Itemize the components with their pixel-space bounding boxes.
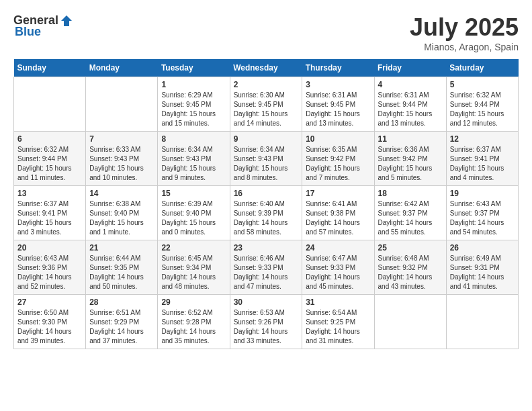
calendar-day-cell: [446, 295, 518, 349]
day-info: Sunrise: 6:32 AMSunset: 9:44 PMDaylight:…: [17, 145, 82, 183]
day-number: 28: [89, 298, 154, 307]
calendar-day-cell: 31Sunrise: 6:54 AMSunset: 9:25 PMDayligh…: [302, 295, 374, 349]
day-info: Sunrise: 6:49 AMSunset: 9:31 PMDaylight:…: [450, 254, 515, 291]
day-info: Sunrise: 6:40 AMSunset: 9:39 PMDaylight:…: [234, 199, 299, 237]
day-number: 20: [17, 243, 82, 253]
day-number: 9: [234, 134, 299, 144]
day-number: 22: [161, 243, 226, 253]
day-number: 12: [450, 134, 515, 144]
day-info: Sunrise: 6:42 AMSunset: 9:37 PMDaylight:…: [378, 199, 443, 237]
calendar-day-cell: 21Sunrise: 6:44 AMSunset: 9:35 PMDayligh…: [86, 240, 158, 295]
calendar-day-cell: 30Sunrise: 6:53 AMSunset: 9:26 PMDayligh…: [230, 295, 302, 349]
day-number: 17: [306, 189, 370, 198]
day-info: Sunrise: 6:54 AMSunset: 9:25 PMDaylight:…: [306, 308, 370, 346]
calendar-day-cell: 9Sunrise: 6:34 AMSunset: 9:43 PMDaylight…: [230, 132, 302, 186]
day-number: 2: [234, 80, 299, 89]
day-info: Sunrise: 6:39 AMSunset: 9:40 PMDaylight:…: [161, 199, 226, 237]
calendar-day-cell: [86, 77, 158, 132]
day-number: 7: [89, 134, 154, 144]
day-info: Sunrise: 6:34 AMSunset: 9:43 PMDaylight:…: [234, 145, 299, 183]
day-info: Sunrise: 6:30 AMSunset: 9:45 PMDaylight:…: [234, 91, 299, 128]
day-info: Sunrise: 6:37 AMSunset: 9:41 PMDaylight:…: [17, 199, 82, 237]
day-number: 1: [161, 80, 226, 89]
day-info: Sunrise: 6:45 AMSunset: 9:34 PMDaylight:…: [161, 254, 226, 291]
day-info: Sunrise: 6:31 AMSunset: 9:44 PMDaylight:…: [378, 91, 443, 128]
day-of-week-header: Saturday: [446, 59, 518, 77]
day-number: 4: [378, 80, 443, 89]
calendar-day-cell: 6Sunrise: 6:32 AMSunset: 9:44 PMDaylight…: [14, 132, 86, 186]
calendar-header-row: SundayMondayTuesdayWednesdayThursdayFrid…: [14, 59, 519, 77]
day-number: 27: [17, 298, 82, 307]
day-of-week-header: Tuesday: [158, 59, 230, 77]
calendar-week-row: 20Sunrise: 6:43 AMSunset: 9:36 PMDayligh…: [14, 240, 519, 295]
calendar-day-cell: 3Sunrise: 6:31 AMSunset: 9:45 PMDaylight…: [302, 77, 374, 132]
calendar-week-row: 6Sunrise: 6:32 AMSunset: 9:44 PMDaylight…: [14, 132, 519, 186]
calendar-week-row: 1Sunrise: 6:29 AMSunset: 9:45 PMDaylight…: [14, 77, 519, 132]
calendar-day-cell: 17Sunrise: 6:41 AMSunset: 9:38 PMDayligh…: [302, 186, 374, 240]
calendar-day-cell: 25Sunrise: 6:48 AMSunset: 9:32 PMDayligh…: [374, 240, 446, 295]
logo: General Blue: [13, 13, 73, 39]
day-info: Sunrise: 6:51 AMSunset: 9:29 PMDaylight:…: [89, 308, 154, 346]
location: Mianos, Aragon, Spain: [410, 42, 519, 52]
calendar-day-cell: 10Sunrise: 6:35 AMSunset: 9:42 PMDayligh…: [302, 132, 374, 186]
day-info: Sunrise: 6:29 AMSunset: 9:45 PMDaylight:…: [161, 91, 226, 128]
day-number: 5: [450, 80, 515, 89]
day-number: 6: [17, 134, 82, 144]
calendar-day-cell: 4Sunrise: 6:31 AMSunset: 9:44 PMDaylight…: [374, 77, 446, 132]
calendar-day-cell: 11Sunrise: 6:36 AMSunset: 9:42 PMDayligh…: [374, 132, 446, 186]
calendar-day-cell: 18Sunrise: 6:42 AMSunset: 9:37 PMDayligh…: [374, 186, 446, 240]
day-number: 18: [378, 189, 443, 198]
logo-icon: [60, 14, 73, 28]
day-info: Sunrise: 6:43 AMSunset: 9:36 PMDaylight:…: [17, 254, 82, 291]
calendar-day-cell: 22Sunrise: 6:45 AMSunset: 9:34 PMDayligh…: [158, 240, 230, 295]
day-info: Sunrise: 6:34 AMSunset: 9:43 PMDaylight:…: [161, 145, 226, 183]
day-info: Sunrise: 6:43 AMSunset: 9:37 PMDaylight:…: [450, 199, 515, 237]
calendar-day-cell: 7Sunrise: 6:33 AMSunset: 9:43 PMDaylight…: [86, 132, 158, 186]
day-info: Sunrise: 6:38 AMSunset: 9:40 PMDaylight:…: [89, 199, 154, 237]
day-info: Sunrise: 6:46 AMSunset: 9:33 PMDaylight:…: [234, 254, 299, 291]
calendar-day-cell: 14Sunrise: 6:38 AMSunset: 9:40 PMDayligh…: [86, 186, 158, 240]
day-number: 16: [234, 189, 299, 198]
day-info: Sunrise: 6:31 AMSunset: 9:45 PMDaylight:…: [306, 91, 370, 128]
day-info: Sunrise: 6:41 AMSunset: 9:38 PMDaylight:…: [306, 199, 370, 237]
day-info: Sunrise: 6:50 AMSunset: 9:30 PMDaylight:…: [17, 308, 82, 346]
day-of-week-header: Wednesday: [230, 59, 302, 77]
day-info: Sunrise: 6:33 AMSunset: 9:43 PMDaylight:…: [89, 145, 154, 183]
day-number: 25: [378, 243, 443, 253]
day-number: 23: [234, 243, 299, 253]
day-number: 13: [17, 189, 82, 198]
title-block: July 2025 Mianos, Aragon, Spain: [410, 13, 519, 52]
day-of-week-header: Sunday: [14, 59, 86, 77]
calendar-day-cell: [14, 77, 86, 132]
day-of-week-header: Friday: [374, 59, 446, 77]
svg-marker-0: [61, 15, 72, 26]
calendar-day-cell: 29Sunrise: 6:52 AMSunset: 9:28 PMDayligh…: [158, 295, 230, 349]
day-info: Sunrise: 6:47 AMSunset: 9:33 PMDaylight:…: [306, 254, 370, 291]
day-info: Sunrise: 6:48 AMSunset: 9:32 PMDaylight:…: [378, 254, 443, 291]
page-header: General Blue July 2025 Mianos, Aragon, S…: [13, 13, 519, 52]
calendar-day-cell: 28Sunrise: 6:51 AMSunset: 9:29 PMDayligh…: [86, 295, 158, 349]
day-number: 19: [450, 189, 515, 198]
calendar-day-cell: 8Sunrise: 6:34 AMSunset: 9:43 PMDaylight…: [158, 132, 230, 186]
day-info: Sunrise: 6:37 AMSunset: 9:41 PMDaylight:…: [450, 145, 515, 183]
day-number: 31: [306, 298, 370, 307]
day-number: 3: [306, 80, 370, 89]
calendar-day-cell: 23Sunrise: 6:46 AMSunset: 9:33 PMDayligh…: [230, 240, 302, 295]
day-number: 30: [234, 298, 299, 307]
day-number: 11: [378, 134, 443, 144]
calendar-day-cell: 24Sunrise: 6:47 AMSunset: 9:33 PMDayligh…: [302, 240, 374, 295]
day-of-week-header: Monday: [86, 59, 158, 77]
calendar-week-row: 13Sunrise: 6:37 AMSunset: 9:41 PMDayligh…: [14, 186, 519, 240]
logo-blue-text: Blue: [15, 25, 41, 39]
calendar-day-cell: 2Sunrise: 6:30 AMSunset: 9:45 PMDaylight…: [230, 77, 302, 132]
day-number: 8: [161, 134, 226, 144]
calendar-week-row: 27Sunrise: 6:50 AMSunset: 9:30 PMDayligh…: [14, 295, 519, 349]
calendar-day-cell: 12Sunrise: 6:37 AMSunset: 9:41 PMDayligh…: [446, 132, 518, 186]
calendar-table: SundayMondayTuesdayWednesdayThursdayFrid…: [13, 59, 519, 349]
calendar-day-cell: 15Sunrise: 6:39 AMSunset: 9:40 PMDayligh…: [158, 186, 230, 240]
day-number: 21: [89, 243, 154, 253]
day-info: Sunrise: 6:32 AMSunset: 9:44 PMDaylight:…: [450, 91, 515, 128]
day-info: Sunrise: 6:53 AMSunset: 9:26 PMDaylight:…: [234, 308, 299, 346]
calendar-day-cell: 19Sunrise: 6:43 AMSunset: 9:37 PMDayligh…: [446, 186, 518, 240]
calendar-day-cell: 1Sunrise: 6:29 AMSunset: 9:45 PMDaylight…: [158, 77, 230, 132]
